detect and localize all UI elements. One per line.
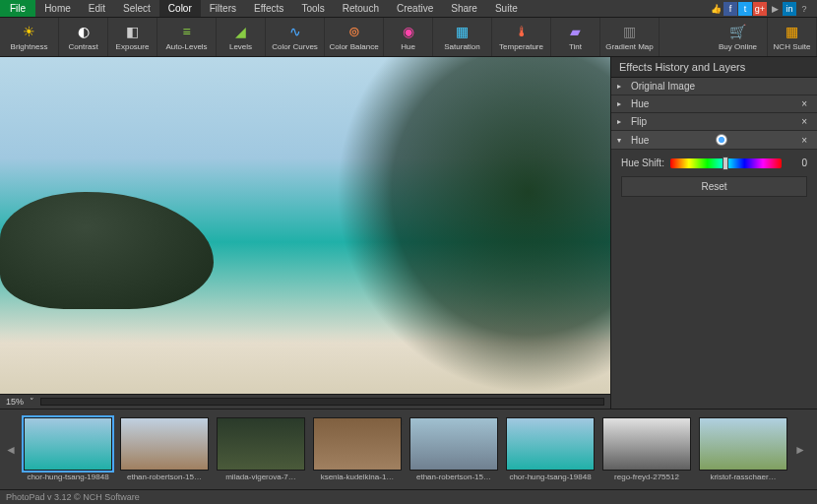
auto-levels-button[interactable]: ≡Auto-Levels [157, 18, 217, 56]
exposure-button[interactable]: ◧Exposure [108, 18, 157, 56]
googleplus-icon[interactable]: g+ [753, 2, 767, 16]
temperature-button-icon: 🌡 [513, 23, 531, 40]
nch-suite-button-label: NCH Suite [774, 42, 811, 51]
menu-creative[interactable]: Creative [388, 0, 442, 17]
reset-button[interactable]: Reset [621, 176, 807, 197]
twitter-icon[interactable]: t [738, 2, 752, 16]
buy-online-button-icon: 🛒 [729, 23, 747, 40]
thumbnail-7[interactable]: ×kristof-rasschaer… [697, 417, 789, 481]
nch-suite-button[interactable]: ▦NCH Suite [768, 18, 817, 56]
thumb-prev-button[interactable]: ◄ [4, 420, 18, 479]
layer-close-button[interactable]: × [797, 116, 811, 127]
tint-button-label: Tint [569, 42, 582, 51]
panel-title: Effects History and Layers [611, 57, 817, 78]
levels-button[interactable]: ◢Levels [217, 18, 266, 56]
horizontal-scrollbar[interactable] [40, 398, 604, 406]
thumbnail-3[interactable]: ×ksenia-kudelkina-1… [311, 417, 404, 481]
thumbnail-image [120, 417, 209, 471]
menu-bar: File HomeEditSelectColorFiltersEffectsTo… [0, 0, 817, 18]
hue-slider-thumb[interactable] [723, 157, 728, 170]
thumbnail-4[interactable]: ×ethan-robertson-15… [408, 417, 500, 481]
buy-online-button[interactable]: 🛒Buy Online [709, 18, 768, 56]
layer-row-3[interactable]: ▾Hue× [611, 131, 817, 150]
thumbnail-image [24, 417, 112, 471]
zoom-level[interactable]: 15% [6, 397, 24, 407]
color-curves-button-icon: ∿ [286, 23, 304, 40]
auto-levels-button-icon: ≡ [178, 23, 196, 40]
layer-label: Hue [631, 98, 649, 109]
gradient-map-button[interactable]: ▥Gradient Map [600, 18, 660, 56]
menu-color[interactable]: Color [159, 0, 201, 17]
status-bar: PhotoPad v 3.12 © NCH Software [0, 489, 817, 504]
help-icon[interactable]: ? [797, 2, 811, 16]
thumb-next-button[interactable]: ► [793, 420, 807, 479]
hue-button[interactable]: ◉Hue [384, 18, 433, 56]
exposure-button-icon: ◧ [124, 23, 142, 40]
zoom-chevron-icon[interactable]: ˅ [30, 397, 34, 407]
thumbnail-6[interactable]: ×rego-freyd-275512 [600, 417, 693, 481]
thumbnail-strip: ◄ ×chor-hung-tsang-19848×ethan-robertson… [0, 409, 817, 489]
thumbnail-label: chor-hung-tsang-19848 [506, 472, 595, 481]
thumbnail-image [409, 417, 498, 471]
brightness-button-label: Brightness [11, 42, 48, 51]
menu-edit[interactable]: Edit [80, 0, 114, 17]
layer-row-2[interactable]: ▸Flip× [611, 113, 817, 131]
chevron-right-icon: ▸ [617, 99, 625, 108]
youtube-icon[interactable]: ▶ [768, 2, 782, 16]
thumbnail-0[interactable]: ×chor-hung-tsang-19848 [22, 417, 114, 481]
gradient-map-button-icon: ▥ [621, 23, 639, 40]
thumbnail-5[interactable]: ×chor-hung-tsang-19848 [504, 417, 597, 481]
menu-file[interactable]: File [0, 0, 35, 17]
menu-tools[interactable]: Tools [292, 0, 333, 17]
thumbnail-label: ksenia-kudelkina-1… [313, 472, 402, 481]
menu-effects[interactable]: Effects [245, 0, 292, 17]
saturation-button[interactable]: ▦Saturation [433, 18, 492, 56]
scenery-rock [0, 192, 214, 310]
nch-suite-button-icon: ▦ [784, 23, 801, 40]
buy-online-button-label: Buy Online [719, 42, 757, 51]
layer-close-button[interactable]: × [797, 135, 811, 146]
canvas-image [0, 57, 610, 394]
thumbnail-1[interactable]: ×ethan-robertson-15… [118, 417, 211, 481]
canvas[interactable] [0, 57, 610, 394]
auto-levels-button-label: Auto-Levels [165, 42, 207, 51]
layer-label: Flip [631, 116, 647, 127]
chevron-down-icon: ▾ [617, 136, 625, 145]
saturation-button-label: Saturation [444, 42, 479, 51]
color-balance-button[interactable]: ⊚Color Balance [325, 18, 384, 56]
hue-shift-label: Hue Shift: [621, 158, 664, 168]
layer-eye-icon[interactable] [716, 134, 727, 146]
thumbnail-2[interactable]: ×milada-vigerova-7… [215, 417, 307, 481]
thumbnail-label: ethan-robertson-15… [120, 472, 209, 481]
contrast-button[interactable]: ◐Contrast [59, 18, 108, 56]
color-curves-button[interactable]: ∿Color Curves [266, 18, 325, 56]
hue-controls: Hue Shift: 0 Reset [611, 150, 817, 205]
menu-share[interactable]: Share [442, 0, 486, 17]
contrast-button-icon: ◐ [75, 23, 93, 40]
menu-retouch[interactable]: Retouch [334, 0, 388, 17]
layer-label: Hue [631, 135, 649, 146]
brightness-button[interactable]: ☀Brightness [0, 18, 59, 56]
layer-row-0[interactable]: ▸Original Image [611, 78, 817, 95]
menu-home[interactable]: Home [35, 0, 80, 17]
layer-label: Original Image [631, 81, 695, 92]
thumbnail-image [217, 417, 305, 471]
thumbnail-image [506, 417, 595, 471]
linkedin-icon[interactable]: in [783, 2, 796, 16]
hue-slider[interactable] [670, 158, 782, 168]
thumbnail-label: ethan-robertson-15… [409, 472, 498, 481]
temperature-button[interactable]: 🌡Temperature [492, 18, 551, 56]
menu-filters[interactable]: Filters [201, 0, 245, 17]
tint-button[interactable]: ▰Tint [551, 18, 600, 56]
tint-button-icon: ▰ [567, 23, 585, 40]
menu-select[interactable]: Select [114, 0, 159, 17]
color-curves-button-label: Color Curves [272, 42, 318, 51]
menu-suite[interactable]: Suite [486, 0, 527, 17]
social-icons: 👍 f t g+ ▶ in ? [709, 0, 817, 17]
thumbnail-image [699, 417, 787, 471]
ribbon-spacer [660, 18, 709, 56]
layer-row-1[interactable]: ▸Hue× [611, 95, 817, 113]
layer-close-button[interactable]: × [797, 98, 811, 109]
facebook-icon[interactable]: f [723, 2, 737, 16]
like-icon[interactable]: 👍 [709, 2, 723, 16]
